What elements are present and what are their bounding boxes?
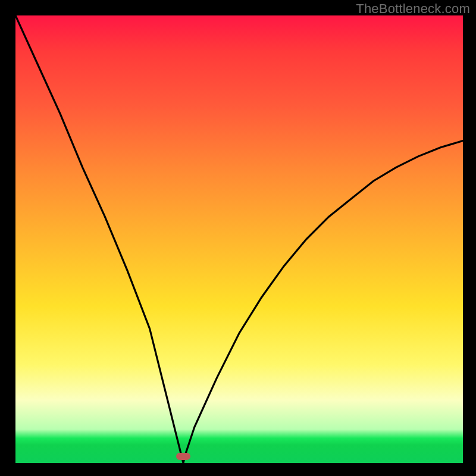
- curve-svg: [15, 15, 463, 463]
- bottleneck-curve: [15, 15, 463, 463]
- plot-area: [15, 15, 463, 463]
- optimum-marker: [176, 453, 190, 460]
- watermark-text: TheBottleneck.com: [356, 1, 470, 17]
- bottleneck-chart: TheBottleneck.com: [0, 0, 476, 476]
